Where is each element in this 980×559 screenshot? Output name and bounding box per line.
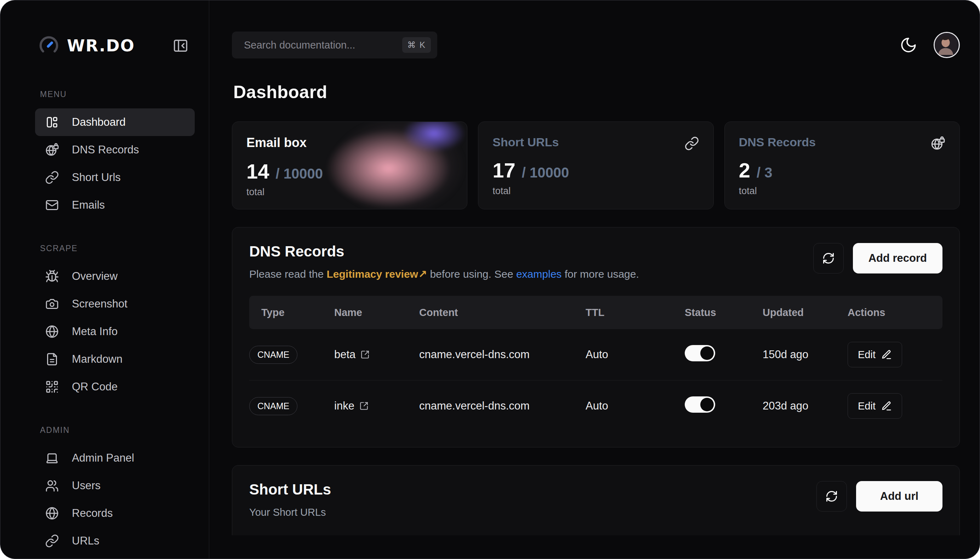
link-icon [45, 170, 59, 185]
sidebar-item-label: Emails [72, 199, 105, 212]
column-header-actions: Actions [848, 307, 942, 318]
desc-text: for more usage. [561, 268, 639, 280]
stat-limit: / 3 [757, 165, 772, 181]
column-header-type: Type [249, 307, 334, 318]
globe-lock-icon [45, 143, 59, 157]
stat-cards-row: Email box 14 / 10000 total Short URLs 17… [232, 121, 960, 209]
theme-toggle-button[interactable] [900, 36, 918, 54]
dns-card-title: DNS Records [249, 243, 639, 260]
stat-line: 17 / 10000 [492, 158, 699, 182]
short-urls-header-text: Short URLs Your Short URLs [249, 481, 331, 518]
short-urls-subtitle: Your Short URLs [249, 506, 331, 518]
stat-card-title: DNS Records [739, 135, 945, 149]
sidebar-item-label: Dashboard [72, 116, 126, 129]
nav-section-scrape: SCRAPE Overview Sc [39, 244, 198, 401]
main-content: ⌘ K [209, 0, 980, 535]
record-type-badge: CNAME [249, 397, 297, 415]
column-header-name: Name [334, 307, 419, 318]
users-icon [45, 479, 59, 493]
toggle-knob [700, 346, 714, 360]
column-header-content: Content [419, 307, 586, 318]
sidebar-item-markdown[interactable]: Markdown [35, 346, 195, 373]
sidebar-item-qr-code[interactable]: QR Code [35, 373, 195, 401]
record-ttl: Auto [586, 348, 685, 361]
sidebar-item-label: Admin Panel [72, 452, 134, 465]
dns-card-actions: Add record [813, 243, 942, 273]
topbar-right [900, 32, 960, 58]
topbar: ⌘ K [232, 31, 960, 58]
record-type-badge: CNAME [249, 346, 297, 364]
nav-section-admin: ADMIN Admin Panel Users [39, 425, 198, 555]
short-urls-card: Short URLs Your Short URLs Add url [232, 465, 960, 535]
panel-left-close-icon [172, 38, 189, 54]
record-status-toggle[interactable] [685, 345, 715, 361]
sidebar-item-users[interactable]: Users [35, 472, 195, 499]
add-url-button[interactable]: Add url [856, 481, 942, 511]
record-updated: 150d ago [762, 348, 848, 361]
short-urls-actions: Add url [817, 481, 942, 511]
legitimacy-review-link[interactable]: Legitimacy review [327, 268, 418, 280]
sidebar-item-dns-records[interactable]: DNS Records [35, 136, 195, 164]
record-status-toggle[interactable] [685, 396, 715, 413]
sidebar-item-records[interactable]: Records [35, 499, 195, 527]
refresh-urls-button[interactable] [817, 481, 847, 511]
sidebar-item-label: URLs [72, 534, 99, 547]
dns-records-table: Type Name Content TTL Status Updated Act… [249, 296, 942, 432]
qr-code-icon [45, 380, 59, 394]
sidebar: WR.DO MENU Dashboard [0, 0, 209, 559]
record-ttl: Auto [586, 400, 685, 412]
add-record-button[interactable]: Add record [853, 243, 942, 273]
stat-value: 17 [492, 158, 515, 182]
desc-text: before using. See [427, 268, 516, 280]
stat-value: 2 [739, 158, 750, 182]
sidebar-item-label: QR Code [72, 380, 117, 393]
external-link-icon[interactable] [360, 401, 369, 410]
gauge-logo-icon [39, 35, 59, 56]
section-label: MENU [40, 89, 198, 99]
stat-line: 14 / 10000 [246, 159, 453, 183]
sidebar-item-meta-info[interactable]: Meta Info [35, 318, 195, 346]
refresh-icon [822, 252, 835, 265]
moon-icon [900, 36, 918, 54]
external-link-icon[interactable] [360, 350, 370, 359]
section-label: ADMIN [40, 425, 198, 435]
table-row: CNAME inke cname.vercel-dns.com Auto 203… [249, 380, 942, 432]
sidebar-item-label: Short Urls [72, 171, 121, 184]
short-urls-title: Short URLs [249, 481, 331, 498]
stat-caption: total [492, 185, 699, 197]
examples-link[interactable]: examples [516, 268, 561, 280]
sidebar-item-screenshot[interactable]: Screenshot [35, 290, 195, 318]
stat-limit: / 10000 [276, 166, 323, 182]
user-avatar[interactable] [934, 32, 960, 58]
record-content: cname.vercel-dns.com [419, 348, 586, 361]
globe-icon [45, 324, 59, 339]
sidebar-item-overview[interactable]: Overview [35, 263, 195, 290]
sidebar-item-short-urls[interactable]: Short Urls [35, 164, 195, 191]
sidebar-item-emails[interactable]: Emails [35, 191, 195, 219]
refresh-records-button[interactable] [813, 243, 844, 273]
record-name: beta [334, 348, 355, 361]
record-updated: 203d ago [762, 400, 848, 412]
sidebar-item-urls[interactable]: URLs [35, 527, 195, 555]
file-text-icon [45, 352, 59, 366]
column-header-ttl: TTL [586, 307, 685, 318]
sidebar-collapse-button[interactable] [172, 36, 190, 55]
pencil-icon [881, 401, 892, 411]
page-title: Dashboard [233, 82, 960, 103]
link-icon [45, 534, 59, 548]
edit-record-button[interactable]: Edit [848, 393, 902, 419]
desc-text: Please read the [249, 268, 327, 280]
sidebar-item-admin-panel[interactable]: Admin Panel [35, 444, 195, 472]
edit-button-label: Edit [858, 400, 876, 412]
logo-text: WR.DO [67, 36, 135, 55]
sidebar-item-label: Overview [72, 270, 117, 283]
mail-icon [45, 198, 59, 212]
stat-card-title: Short URLs [492, 135, 699, 149]
dns-card-description: Please read the Legitimacy review↗ befor… [249, 268, 639, 280]
stat-value: 14 [246, 159, 269, 183]
app-window: WR.DO MENU Dashboard [0, 0, 980, 559]
sidebar-item-dashboard[interactable]: Dashboard [35, 108, 195, 136]
edit-record-button[interactable]: Edit [848, 342, 902, 367]
sidebar-item-label: Meta Info [72, 325, 117, 338]
globe-icon [45, 506, 59, 520]
